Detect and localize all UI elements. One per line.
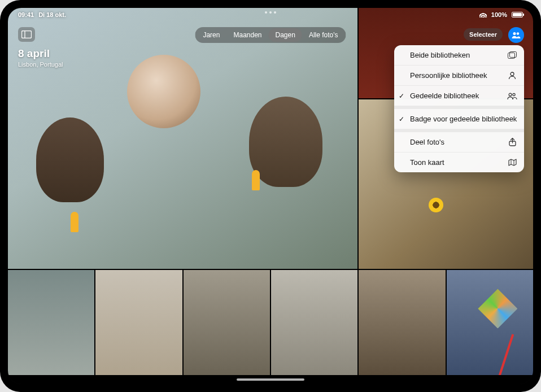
library-filter-menu: Beide bibliotheken Persoonlijke biblioth… [394,45,524,172]
menu-item-show-map[interactable]: Toon kaart [394,152,524,172]
svg-point-8 [513,93,515,95]
map-icon [507,159,517,166]
sidebar-icon [21,31,32,38]
home-indicator[interactable] [237,378,304,381]
status-time: 09:41 [18,11,34,18]
photo-thumb[interactable] [8,270,94,375]
ipad-frame: 09:41 Di 18 okt. 100% [0,0,541,392]
checkmark-icon: ✓ [399,115,404,123]
photo-thumb[interactable] [271,270,357,375]
header-title-block: 8 april Lisbon, Portugal [18,47,63,68]
menu-item-shared-badge[interactable]: ✓ Badge voor gedeelde bibliotheek [394,109,524,129]
menu-label: Badge voor gedeelde bibliotheek [410,115,517,123]
checkmark-icon: ✓ [399,92,404,100]
menu-label: Gedeelde bibliotheek [410,92,479,100]
menu-label: Beide bibliotheken [410,51,470,59]
photo-thumb[interactable] [447,270,533,375]
wifi-icon [479,12,487,18]
menu-item-share-photos[interactable]: Deel foto's [394,132,524,152]
photo-thumb[interactable] [184,270,270,375]
screen: 09:41 Di 18 okt. 100% [8,8,533,384]
photo-thumb[interactable] [359,270,445,375]
menu-label: Persoonlijke bibliotheek [410,71,487,80]
battery-percent: 100% [491,11,507,18]
battery-icon [512,12,523,18]
photo-thumb[interactable] [95,270,182,375]
svg-point-2 [513,32,516,35]
svg-point-7 [509,93,512,96]
header-date: 8 april [18,47,63,60]
svg-point-3 [517,32,519,34]
menu-item-shared-library[interactable]: ✓ Gedeelde bibliotheek [394,85,524,106]
people-outline-icon [507,93,517,99]
people-icon [512,32,521,38]
svg-point-6 [511,72,514,76]
menu-label: Toon kaart [410,158,444,167]
select-button[interactable]: Selecteer [464,28,503,41]
person-icon [507,72,517,80]
segment-months[interactable]: Maanden [226,28,268,42]
svg-rect-0 [22,31,32,38]
status-bar: 09:41 Di 18 okt. 100% [8,8,533,21]
menu-item-both-libraries[interactable]: Beide bibliotheken [394,45,524,65]
sidebar-toggle-button[interactable] [18,27,35,42]
status-date: Di 18 okt. [38,11,66,18]
menu-item-personal-library[interactable]: Persoonlijke bibliotheek [394,65,524,85]
share-icon [507,138,517,146]
library-filter-button[interactable] [508,27,524,43]
view-segmented-control[interactable]: Jaren Maanden Dagen Alle foto's [195,27,346,43]
segment-all[interactable]: Alle foto's [302,28,345,42]
multitask-dots-icon[interactable] [265,11,276,14]
menu-label: Deel foto's [410,138,444,146]
segment-days[interactable]: Dagen [269,28,302,42]
segment-years[interactable]: Jaren [196,28,226,42]
both-libraries-icon [507,51,517,59]
header-location: Lisbon, Portugal [18,61,63,68]
